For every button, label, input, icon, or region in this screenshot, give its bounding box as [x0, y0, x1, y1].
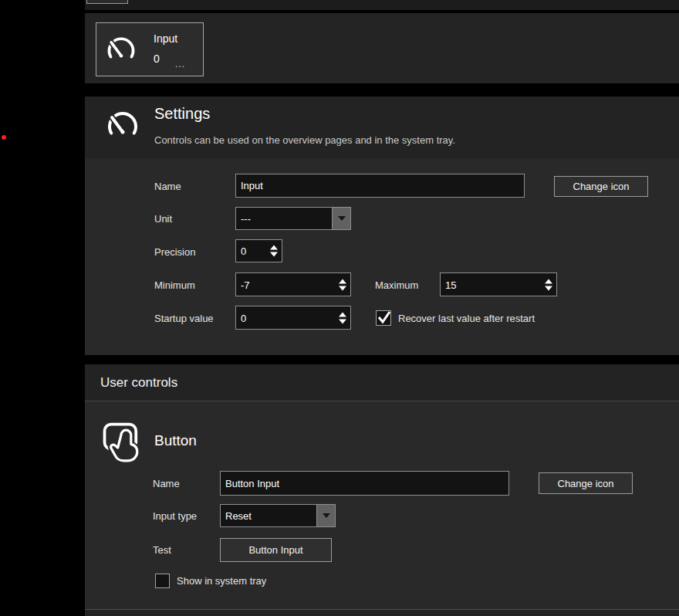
tile-value: 0	[154, 52, 160, 65]
name-input[interactable]	[235, 174, 525, 198]
spinner-up-icon[interactable]	[270, 245, 278, 250]
button-touch-icon	[99, 417, 145, 463]
user-controls-titlebar: User controls	[85, 364, 679, 401]
check-icon	[376, 309, 393, 326]
startup-value-spinner[interactable]: 0	[235, 306, 351, 330]
tray-checkbox[interactable]	[155, 574, 170, 588]
chevron-down-icon[interactable]	[316, 505, 335, 526]
red-indicator-dot	[2, 135, 6, 140]
unit-label: Unit	[154, 213, 172, 225]
button-name-label: Name	[153, 478, 180, 489]
spinner-arrows-icon[interactable]	[545, 279, 552, 290]
test-button[interactable]: Button Input	[220, 538, 332, 562]
settings-subtitle: Controls can be used on the overview pag…	[154, 134, 455, 146]
settings-header: Settings Controls can be used on the ove…	[85, 96, 679, 158]
preview-band: Input 0 ...	[85, 13, 679, 83]
name-label: Name	[154, 181, 181, 192]
settings-title: Settings	[154, 105, 210, 123]
spinner-down-icon[interactable]	[339, 286, 346, 290]
input-preview-tile[interactable]: Input 0 ...	[96, 22, 204, 76]
precision-value: 0	[241, 245, 246, 257]
minimum-label: Minimum	[154, 279, 195, 291]
app-window: Input 0 ... Settings Controls can be use…	[0, 0, 679, 616]
maximum-value: 15	[445, 279, 456, 290]
recover-label: Recover last value after restart	[398, 313, 535, 324]
spinner-up-icon[interactable]	[545, 279, 552, 283]
button-change-icon-button[interactable]: Change icon	[539, 472, 633, 494]
spinner-arrows-icon[interactable]	[270, 245, 278, 257]
spinner-down-icon[interactable]	[270, 252, 278, 257]
tray-label: Show in system tray	[177, 575, 266, 587]
spinner-arrows-icon[interactable]	[339, 279, 346, 290]
maximum-label: Maximum	[375, 279, 418, 291]
unit-dropdown[interactable]: ---	[235, 207, 351, 230]
settings-section: Settings Controls can be used on the ove…	[85, 96, 679, 355]
scrolled-content-fragment	[85, 0, 679, 10]
spinner-down-icon[interactable]	[339, 319, 346, 323]
chevron-down-icon[interactable]	[332, 208, 350, 229]
input-type-label: Input type	[153, 510, 197, 522]
user-controls-section: User controls Button Name Change icon In…	[85, 364, 679, 609]
gauge-icon	[104, 107, 141, 144]
user-controls-title: User controls	[100, 364, 177, 401]
button-control-title: Button	[154, 432, 197, 449]
tile-more-menu[interactable]: ...	[175, 59, 185, 69]
maximum-spinner[interactable]: 15	[440, 272, 557, 296]
spinner-up-icon[interactable]	[339, 312, 346, 316]
precision-spinner[interactable]: 0	[235, 239, 282, 262]
gauge-icon	[104, 32, 138, 66]
spinner-down-icon[interactable]	[545, 286, 552, 290]
unit-dropdown-value: ---	[241, 213, 251, 225]
minimum-spinner[interactable]: -7	[235, 272, 351, 296]
minimum-value: -7	[241, 279, 250, 290]
button-name-input[interactable]	[220, 471, 509, 496]
test-label: Test	[153, 544, 171, 556]
next-section-fragment	[85, 609, 679, 616]
recover-checkbox[interactable]	[376, 310, 391, 326]
startup-value-label: Startup value	[154, 313, 214, 324]
input-type-dropdown[interactable]: Reset	[220, 504, 336, 527]
spinner-up-icon[interactable]	[339, 279, 346, 283]
input-type-dropdown-value: Reset	[225, 510, 252, 522]
precision-label: Precision	[154, 246, 195, 258]
change-icon-button[interactable]: Change icon	[554, 176, 648, 197]
spinner-arrows-icon[interactable]	[339, 312, 346, 323]
tile-label: Input	[154, 32, 177, 45]
cut-off-tile-fragment	[86, 0, 128, 4]
startup-value: 0	[241, 312, 246, 323]
